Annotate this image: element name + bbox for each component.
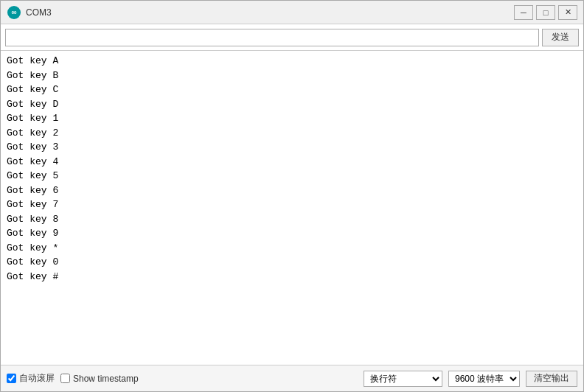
maximize-button[interactable]: □ xyxy=(536,5,555,20)
output-line: Got key 6 xyxy=(7,183,577,198)
output-line: Got key # xyxy=(7,270,577,284)
window-title: COM3 xyxy=(26,7,514,18)
output-line: Got key 2 xyxy=(7,126,577,141)
output-line: Got key 4 xyxy=(7,155,577,169)
output-line: Got key C xyxy=(7,83,577,97)
window-icon: ∞ xyxy=(7,5,21,20)
line-ending-select[interactable]: 换行符 No line ending 回车符 换行并回车 xyxy=(364,371,442,387)
autoscroll-checkbox[interactable] xyxy=(7,374,16,383)
serial-output-area: Got key AGot key BGot key CGot key DGot … xyxy=(1,51,583,365)
autoscroll-label[interactable]: 自动滚屏 xyxy=(19,372,55,385)
status-bar: 自动滚屏 Show timestamp 换行符 No line ending 回… xyxy=(1,365,583,391)
output-line: Got key D xyxy=(7,97,577,112)
output-line: Got key 5 xyxy=(7,169,577,183)
baud-rate-select[interactable]: 300 1200 2400 4800 9600 波特率 19200 38400 … xyxy=(448,371,520,387)
output-line: Got key * xyxy=(7,241,577,256)
arduino-logo: ∞ xyxy=(7,6,21,19)
autoscroll-group: 自动滚屏 xyxy=(7,372,55,385)
close-button[interactable]: ✕ xyxy=(558,5,577,20)
output-line: Got key 3 xyxy=(7,140,577,155)
timestamp-group: Show timestamp xyxy=(60,374,139,384)
send-button[interactable]: 发送 xyxy=(542,29,579,46)
output-line: Got key 0 xyxy=(7,255,577,270)
clear-button[interactable]: 清空输出 xyxy=(526,371,577,387)
send-input[interactable] xyxy=(5,29,539,46)
output-line: Got key B xyxy=(7,69,577,83)
minimize-button[interactable]: ─ xyxy=(514,5,533,20)
output-line: Got key 8 xyxy=(7,212,577,227)
output-line: Got key 9 xyxy=(7,226,577,241)
output-line: Got key 1 xyxy=(7,111,577,126)
window-controls: ─ □ ✕ xyxy=(514,5,577,20)
serial-monitor-window: ∞ COM3 ─ □ ✕ 发送 Got key AGot key BGot ke… xyxy=(0,0,584,392)
timestamp-checkbox[interactable] xyxy=(60,374,70,383)
output-line: Got key A xyxy=(7,54,577,69)
output-line: Got key 7 xyxy=(7,197,577,212)
timestamp-label[interactable]: Show timestamp xyxy=(73,374,139,384)
send-toolbar: 发送 xyxy=(1,24,583,51)
title-bar: ∞ COM3 ─ □ ✕ xyxy=(1,1,583,24)
